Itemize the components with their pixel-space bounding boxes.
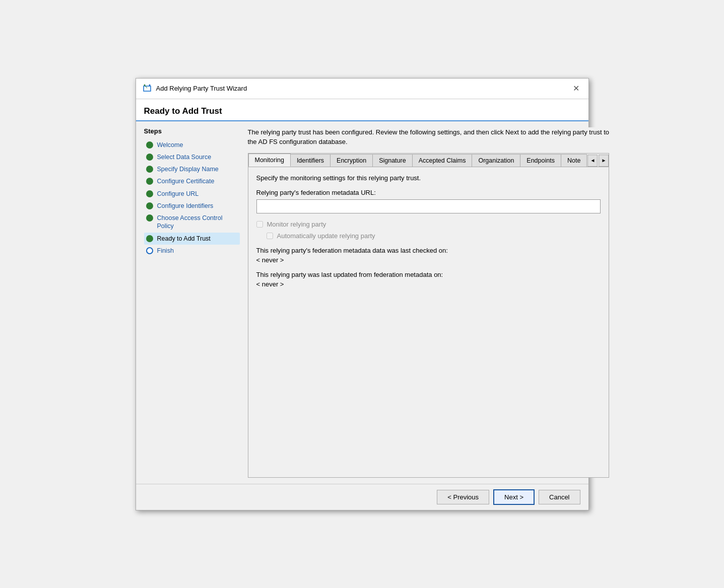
auto-update-checkbox[interactable]	[267, 233, 273, 239]
svg-point-3	[149, 84, 150, 86]
federation-metadata-url-input[interactable]	[256, 199, 601, 213]
step-dot-choose-access-control	[146, 214, 153, 222]
step-label-select-data-source: Select Data Source	[157, 153, 212, 161]
tab-encryption[interactable]: Encryption	[330, 154, 373, 167]
sidebar-item-specify-display-name[interactable]: Specify Display Name	[144, 163, 240, 175]
steps-panel: Steps Welcome Select Data Source Specify…	[144, 127, 240, 478]
step-dot-configure-identifiers	[146, 202, 153, 209]
step-dot-configure-certificate	[146, 178, 153, 185]
step-dot-specify-display-name	[146, 166, 153, 173]
step-label-welcome: Welcome	[157, 141, 183, 149]
page-title: Ready to Add Trust	[144, 106, 580, 116]
title-bar-text: Add Relying Party Trust Wizard	[156, 85, 247, 92]
sidebar-item-configure-url[interactable]: Configure URL	[144, 188, 240, 200]
tab-signature[interactable]: Signature	[372, 154, 413, 167]
last-checked-block: This relying party's federation metadata…	[256, 247, 601, 264]
dialog-description: The relying party trust has been configu…	[248, 127, 610, 147]
step-label-specify-display-name: Specify Display Name	[157, 165, 219, 173]
step-label-choose-access-control: Choose Access Control Policy	[157, 214, 238, 231]
tab-nav-next[interactable]: ►	[599, 155, 609, 167]
steps-title: Steps	[144, 127, 240, 135]
sidebar-item-choose-access-control[interactable]: Choose Access Control Policy	[144, 212, 240, 233]
step-label-configure-identifiers: Configure Identifiers	[157, 202, 214, 210]
tab-container: Monitoring Identifiers Encryption Signat…	[248, 153, 610, 478]
last-updated-block: This relying party was last updated from…	[256, 271, 601, 288]
step-label-finish: Finish	[157, 247, 174, 255]
tab-organization[interactable]: Organization	[472, 154, 520, 167]
last-checked-label: This relying party's federation metadata…	[256, 247, 601, 254]
sidebar-item-ready-to-add[interactable]: Ready to Add Trust	[144, 233, 240, 245]
last-updated-label: This relying party was last updated from…	[256, 271, 601, 278]
title-bar: Add Relying Party Trust Wizard ✕	[136, 79, 588, 99]
monitor-checkbox-row: Monitor relying party	[256, 220, 601, 228]
step-label-ready-to-add: Ready to Add Trust	[157, 235, 211, 243]
step-dot-finish	[146, 247, 153, 254]
dialog-body: Steps Welcome Select Data Source Specify…	[136, 121, 588, 484]
title-bar-left: Add Relying Party Trust Wizard	[142, 84, 247, 94]
sidebar-item-select-data-source[interactable]: Select Data Source	[144, 151, 240, 163]
tab-content-monitoring: Specify the monitoring settings for this…	[248, 167, 609, 444]
tab-bar: Monitoring Identifiers Encryption Signat…	[248, 154, 609, 167]
auto-update-checkbox-row: Automatically update relying party	[256, 232, 601, 240]
tab-identifiers[interactable]: Identifiers	[290, 154, 331, 167]
svg-rect-1	[144, 87, 150, 91]
step-label-configure-url: Configure URL	[157, 190, 199, 198]
tab-monitoring[interactable]: Monitoring	[248, 154, 291, 167]
tab-endpoints[interactable]: Endpoints	[520, 154, 561, 167]
monitoring-description: Specify the monitoring settings for this…	[256, 174, 601, 182]
step-dot-welcome	[146, 141, 153, 149]
monitor-checkbox-label: Monitor relying party	[267, 220, 326, 228]
tab-nav-prev[interactable]: ◄	[587, 155, 598, 167]
dialog-header: Ready to Add Trust	[136, 99, 588, 121]
auto-update-checkbox-label: Automatically update relying party	[277, 232, 375, 240]
step-label-configure-certificate: Configure Certificate	[157, 177, 215, 185]
dialog-footer: < Previous Next > Cancel	[136, 484, 588, 510]
next-button[interactable]: Next >	[493, 489, 535, 505]
sidebar-item-welcome[interactable]: Welcome	[144, 139, 240, 151]
previous-button[interactable]: < Previous	[437, 490, 489, 504]
tab-notes[interactable]: Note	[561, 154, 587, 167]
tab-accepted-claims[interactable]: Accepted Claims	[412, 154, 473, 167]
sidebar-item-configure-certificate[interactable]: Configure Certificate	[144, 175, 240, 187]
step-dot-ready-to-add	[146, 235, 153, 242]
last-checked-value: < never >	[256, 256, 601, 264]
last-updated-value: < never >	[256, 280, 601, 288]
main-panel: The relying party trust has been configu…	[248, 127, 610, 478]
step-dot-select-data-source	[146, 154, 153, 161]
cancel-button[interactable]: Cancel	[539, 490, 580, 504]
url-field-label: Relying party's federation metadata URL:	[256, 189, 601, 196]
step-dot-configure-url	[146, 190, 153, 197]
sidebar-item-configure-identifiers[interactable]: Configure Identifiers	[144, 200, 240, 212]
dialog-window: Add Relying Party Trust Wizard ✕ Ready t…	[136, 78, 589, 510]
close-button[interactable]: ✕	[570, 83, 582, 95]
app-icon	[142, 84, 152, 94]
monitor-checkbox[interactable]	[256, 221, 263, 228]
sidebar-item-finish[interactable]: Finish	[144, 245, 240, 257]
